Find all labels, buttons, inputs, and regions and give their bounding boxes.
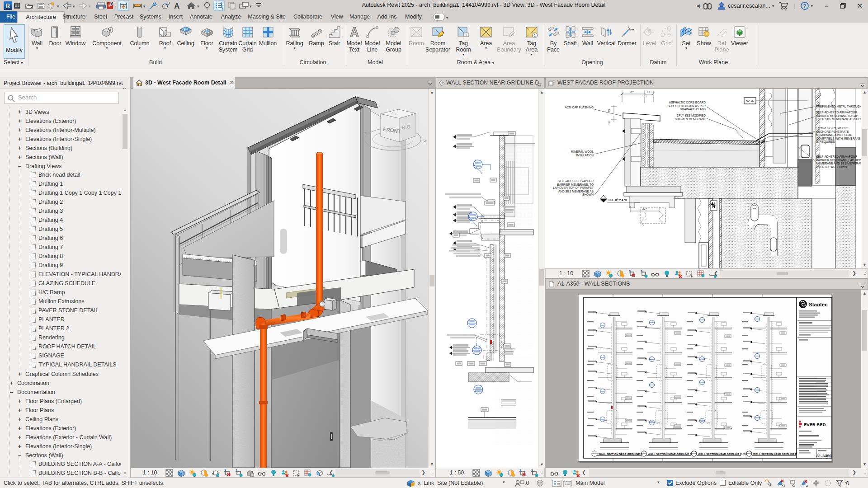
svg-text:R: R — [5, 3, 10, 9]
svg-text:SELF-ADHERED AIR/VAPOUR: SELF-ADHERED AIR/VAPOUR — [816, 155, 858, 158]
svg-text:BARRIER MEMBRANE. TO: BARRIER MEMBRANE. TO — [557, 183, 594, 186]
svg-text:▾: ▾ — [143, 4, 146, 9]
svg-text:SELF-ADHERED AIR/VAPOUR: SELF-ADHERED AIR/VAPOUR — [816, 111, 858, 114]
svg-text:▾: ▾ — [57, 4, 59, 9]
svg-text::0: :0 — [844, 480, 849, 487]
svg-text:↗↘: ↗↘ — [391, 111, 397, 116]
svg-text:BITUMEN MEMBRANE: BITUMEN MEMBRANE — [675, 117, 706, 121]
svg-text:MEMBRANE, A WET SEAL: MEMBRANE, A WET SEAL — [816, 133, 852, 136]
svg-text:EVER RED: EVER RED — [804, 422, 826, 427]
svg-text:OVER SBS MEMBRANE AS SHOWN: OVER SBS MEMBRANE AS SHOWN — [816, 117, 866, 121]
svg-text:1: 1 — [465, 33, 467, 37]
svg-text:WALL SECTION NEAR GRIDLINE C: WALL SECTION NEAR GRIDLINE C — [648, 453, 692, 455]
svg-text:▾: ▾ — [446, 16, 448, 20]
svg-text:Stantec: Stantec — [809, 302, 828, 307]
svg-text:23 *: 23 * — [642, 207, 647, 210]
svg-text:1: 1 — [534, 34, 536, 37]
svg-text:SHOWN: SHOWN — [582, 193, 594, 196]
svg-text:A: A — [174, 2, 179, 10]
svg-text:WALL SECTION NEAR GRIDLINE D: WALL SECTION NEAR GRIDLINE D — [599, 453, 642, 455]
svg-text:MEMBRANE AND SBS MEMBRANE: MEMBRANE AND SBS MEMBRANE — [816, 162, 865, 165]
svg-text:OVERTOP AS SHOWN.: OVERTOP AS SHOWN. — [816, 165, 848, 169]
svg-text:IS REQUIRED: IS REQUIRED — [816, 140, 835, 144]
svg-text:▾: ▾ — [250, 4, 252, 9]
svg-text:PREFINISHED METAL THROUGH-WA: PREFINISHED METAL THROUGH-WA — [816, 105, 868, 108]
svg-text:DRAINAGE PLANS: DRAINAGE PLANS — [680, 108, 706, 111]
svg-text:55: 55 — [608, 109, 610, 112]
svg-text:3**: 3** — [630, 90, 634, 93]
svg-text:▾: ▾ — [73, 4, 75, 9]
svg-text:AND SBS MEMBRANE AS: AND SBS MEMBRANE AS — [558, 190, 594, 193]
svg-text:RIG: RIG — [401, 124, 411, 130]
svg-text:WALL SECTION NEAR GRIDLINE E: WALL SECTION NEAR GRIDLINE E — [753, 453, 797, 455]
svg-text:190: 190 — [608, 121, 610, 125]
svg-text:t 4: t 4 — [647, 90, 650, 93]
svg-text:W3A: W3A — [746, 99, 754, 103]
svg-text:152MM Z-GIRT, WHERE: 152MM Z-GIRT, WHERE — [816, 127, 849, 130]
svg-text:A1-A350: A1-A350 — [816, 454, 831, 458]
svg-text:2PLY SBS MODIFIED: 2PLY SBS MODIFIED — [677, 114, 706, 117]
svg-text:MINERAL WOOL: MINERAL WOOL — [571, 150, 594, 153]
svg-text:?: ? — [803, 3, 806, 9]
svg-text:INSULATION: INSULATION — [576, 154, 594, 157]
svg-text:▾: ▾ — [89, 4, 91, 9]
svg-text:BARRIER MEMBRANE TO LAP: BARRIER MEMBRANE TO LAP — [816, 114, 858, 117]
svg-text:▾: ▾ — [197, 4, 199, 9]
svg-text:WALL SECTION NEAR GRIDLINE C (: WALL SECTION NEAR GRIDLINE C (2) — [698, 453, 746, 455]
svg-text:LAP OVER TOP OF PARAPET: LAP OVER TOP OF PARAPET — [553, 186, 594, 189]
svg-text:ASPHALTIC CORE BOARD: ASPHALTIC CORE BOARD — [669, 101, 706, 104]
svg-text:ELE 0° t* 4 *5: ELE 0° t* 4 *5 — [609, 198, 627, 202]
svg-text:BARRIER MEMBRANE, LAP UPPER: BARRIER MEMBRANE, LAP UPPER — [816, 159, 865, 162]
svg-text:SELF-ADHERED VAPOUR: SELF-ADHERED VAPOUR — [558, 179, 594, 183]
svg-text:ACM CAP FLASHING: ACM CAP FLASHING — [565, 106, 594, 109]
svg-text:SLOPED TO DRAIN AS PER: SLOPED TO DRAIN AS PER — [668, 104, 706, 108]
svg-text:COMPATIBLE WITH MEMBRANE: COMPATIBLE WITH MEMBRANE — [816, 137, 861, 140]
svg-text:ANCHORS PENETRATE: ANCHORS PENETRATE — [816, 130, 849, 133]
